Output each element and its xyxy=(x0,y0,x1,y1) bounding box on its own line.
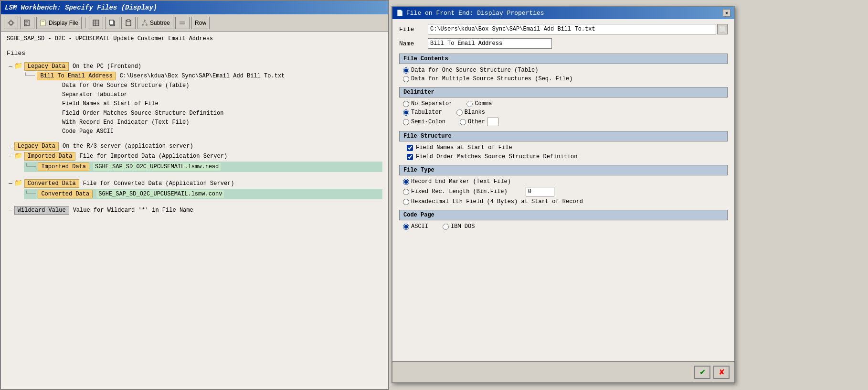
radio-hexadecimal[interactable]: Hexadecimal Lth Field (4 Bytes) at Start… xyxy=(403,198,583,205)
row-button[interactable]: Row xyxy=(191,17,210,29)
checkbox-field-order-input[interactable] xyxy=(407,154,413,160)
dialog-close-button[interactable]: × xyxy=(723,9,730,17)
radio-record-end-label: Record End Marker (Text File) xyxy=(411,178,511,185)
main-content: SGHE_SAP_SD - O2C - UPCUSEMAIL Update Cu… xyxy=(1,32,388,219)
radio-fixed-rec-input[interactable] xyxy=(403,189,409,195)
svg-rect-11 xyxy=(93,20,99,26)
svg-rect-9 xyxy=(41,20,45,26)
delimiter-row-2: Tabulator Blanks xyxy=(403,109,728,116)
file-type-header: File Type xyxy=(399,165,728,175)
delimiter-row-3: Semi-Colon Other xyxy=(403,118,728,126)
tree-node-wildcard: — Wildcard Value Value for Wildcard '*' … xyxy=(9,206,382,215)
description-line: SGHE_SAP_SD - O2C - UPCUSEMAIL Update Cu… xyxy=(7,35,382,42)
delimiter-group: No Separator Comma Tabulator Blanks xyxy=(403,100,728,126)
radio-tabulator-input[interactable] xyxy=(403,109,409,116)
node-desc-imported-data: File for Imported Data (Application Serv… xyxy=(79,153,227,160)
radio-semi-colon-label: Semi-Colon xyxy=(411,119,445,125)
svg-line-22 xyxy=(143,22,145,24)
radio-multiple-source-input[interactable] xyxy=(403,76,409,82)
display-file-label: Display File xyxy=(49,20,78,26)
radio-semi-colon[interactable]: Semi-Colon xyxy=(403,119,445,125)
radio-ibm-dos[interactable]: IBM DOS xyxy=(443,223,475,230)
radio-comma-label: Comma xyxy=(475,100,492,107)
node-label-converted-child: Converted Data xyxy=(38,190,93,198)
radio-no-separator-input[interactable] xyxy=(403,101,409,107)
radio-no-separator[interactable]: No Separator xyxy=(403,100,452,107)
name-input[interactable] xyxy=(428,38,552,49)
delimiter-row-1: No Separator Comma xyxy=(403,100,728,107)
radio-one-source-input[interactable] xyxy=(403,67,409,74)
tree-node-legacy-data-pc: — 📁 Legacy Data On the PC (Frontend) xyxy=(9,62,382,71)
code-page-group: ASCII IBM DOS xyxy=(403,223,728,230)
display-file-button[interactable]: Display File xyxy=(36,17,82,29)
radio-fixed-rec[interactable]: Fixed Rec. Length (Bin.File) xyxy=(403,188,508,195)
radio-one-source[interactable]: Data for One Source Structure (Table) xyxy=(403,67,538,74)
radio-ascii[interactable]: ASCII xyxy=(403,223,428,230)
radio-comma-input[interactable] xyxy=(466,101,473,107)
file-contents-radio-row-1: Data for One Source Structure (Table) xyxy=(403,67,728,74)
close-icon: × xyxy=(725,11,728,16)
radio-blanks-input[interactable] xyxy=(456,109,463,116)
dialog-title-left: 📄 File on Front End: Display Properties xyxy=(396,10,544,17)
svg-rect-25 xyxy=(180,23,185,24)
file-field-row: File ⬜ xyxy=(399,24,728,34)
node-label-converted-data: Converted Data xyxy=(24,179,79,188)
tree-row-converted-value: └── Converted Data SGHE_SAP_SD_O2C_UPCUS… xyxy=(24,189,382,199)
file-open-button[interactable]: ⬜ xyxy=(717,24,728,34)
node-value-converted: SGHE_SAP_SD_O2C_UPCUSEMAIL.lsmw.conv xyxy=(96,190,224,198)
dialog-titlebar: 📄 File on Front End: Display Properties … xyxy=(392,7,734,19)
toolbar-btn-1[interactable] xyxy=(4,17,18,29)
radio-other-label: Other xyxy=(468,119,485,125)
svg-point-20 xyxy=(142,24,144,26)
radio-record-end-input[interactable] xyxy=(403,179,409,185)
radio-blanks[interactable]: Blanks xyxy=(456,109,485,116)
svg-line-23 xyxy=(145,22,147,24)
ok-button[interactable]: ✔ xyxy=(694,366,710,379)
node-desc-legacy-data-r3: On the R/3 server (application server) xyxy=(63,143,193,150)
settings-icon xyxy=(7,19,15,27)
toolbar-btn-4[interactable] xyxy=(105,17,119,29)
radio-other[interactable]: Other xyxy=(460,118,498,126)
tree-node-legacy-data-r3: — Legacy Data On the R/3 server (applica… xyxy=(9,142,382,151)
toolbar-btn-5[interactable] xyxy=(121,17,136,29)
node-label-wildcard: Wildcard Value xyxy=(14,206,69,215)
subtree-button[interactable]: Subtree xyxy=(138,17,173,29)
files-label: Files xyxy=(7,50,382,57)
name-label: Name xyxy=(399,40,428,47)
file-input[interactable] xyxy=(428,24,716,34)
node-desc-converted-data: File for Converted Data (Application Ser… xyxy=(83,180,234,187)
checkbox-field-order-label: Field Order Matches Source Structure Def… xyxy=(416,153,577,160)
tree-container: — 📁 Legacy Data On the PC (Frontend) └──… xyxy=(9,62,382,215)
checkbox-field-order: Field Order Matches Source Structure Def… xyxy=(407,153,728,160)
checkbox-field-names-input[interactable] xyxy=(407,145,413,151)
radio-record-end[interactable]: Record End Marker (Text File) xyxy=(403,178,511,185)
radio-semi-colon-input[interactable] xyxy=(403,119,409,125)
radio-multiple-source[interactable]: Data for Multiple Source Structures (Seq… xyxy=(403,76,572,82)
radio-tabulator[interactable]: Tabulator xyxy=(403,109,442,116)
radio-no-separator-label: No Separator xyxy=(411,100,452,107)
toolbar-btn-6[interactable] xyxy=(175,17,190,29)
node-label-bill-to: Bill To Email Address xyxy=(37,72,116,80)
name-field-row: Name xyxy=(399,38,728,49)
tree-branch-converted: └── xyxy=(25,190,36,197)
tree-row-imported-value: └── Imported Data SGHE_SAP_SD_O2C_UPCUSE… xyxy=(24,162,382,172)
other-delimiter-input[interactable] xyxy=(487,118,498,126)
cancel-button[interactable]: ✘ xyxy=(713,366,730,379)
toolbar-btn-3[interactable] xyxy=(89,17,103,29)
tree-dash-2: — xyxy=(9,142,12,150)
radio-comma[interactable]: Comma xyxy=(466,100,492,107)
radio-ascii-input[interactable] xyxy=(403,224,409,230)
node-desc-legacy-data-pc: On the PC (Frontend) xyxy=(73,63,141,70)
copy-icon xyxy=(108,19,116,27)
cancel-icon: ✘ xyxy=(719,368,725,377)
checkbox-field-names: Field Names at Start of File xyxy=(407,144,728,151)
paste-icon xyxy=(125,19,132,27)
toolbar-btn-2[interactable] xyxy=(20,17,34,29)
radio-ibm-dos-input[interactable] xyxy=(443,224,449,230)
node-label-legacy-data-r3: Legacy Data xyxy=(14,142,59,151)
svg-point-0 xyxy=(9,21,13,25)
detail-line-3: Field Names at Start of File xyxy=(62,99,382,108)
fixed-rec-length-input[interactable] xyxy=(526,187,554,196)
radio-hexadecimal-input[interactable] xyxy=(403,199,409,205)
radio-other-input[interactable] xyxy=(460,119,466,125)
